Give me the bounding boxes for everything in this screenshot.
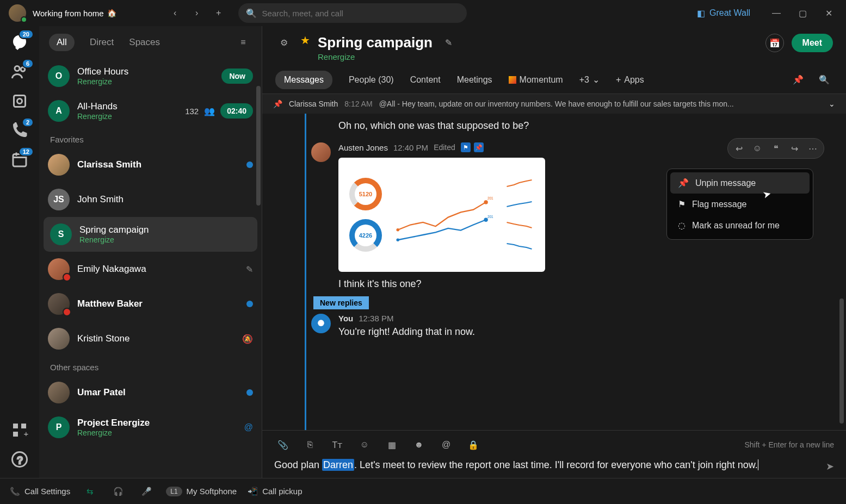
convo-all-hands[interactable]: A All-HandsRenergize 132👥02:40	[39, 94, 262, 128]
emoji-icon[interactable]: ☺	[356, 436, 373, 453]
svg-point-21	[318, 320, 324, 327]
tab-more[interactable]: +3 ⌄	[579, 70, 600, 89]
svg-point-4	[17, 99, 22, 104]
more-icon[interactable]: ⋯	[804, 141, 822, 156]
convo-john[interactable]: JS John Smith	[39, 182, 262, 217]
mention-icon[interactable]: @	[437, 436, 455, 453]
close-button[interactable]: ✕	[820, 4, 837, 22]
time-pill[interactable]: 02:40	[220, 103, 253, 119]
search-field[interactable]	[262, 9, 459, 18]
rail-calling[interactable]: 2	[10, 121, 29, 140]
headset-icon[interactable]: 🎧	[109, 483, 127, 500]
convo-office-hours[interactable]: O Office HoursRenergize Now	[39, 59, 262, 94]
meet-button[interactable]: Meet	[792, 34, 833, 52]
nav-rail: 20 6 2 12 + ?	[0, 26, 39, 478]
maximize-button[interactable]: ▢	[794, 4, 811, 22]
tab-momentum[interactable]: Momentum	[509, 71, 563, 89]
sidebar-scrollbar[interactable]	[256, 86, 261, 206]
tab-apps[interactable]: + Apps	[616, 71, 644, 89]
rail-meetings[interactable]: 12	[10, 150, 29, 170]
pinned-text: @All - Hey team, update on our inventory…	[379, 99, 822, 108]
schedule-icon[interactable]: 📅	[765, 34, 784, 52]
forward-icon[interactable]: ↪	[786, 141, 803, 156]
tab-people[interactable]: People (30)	[349, 71, 394, 89]
new-button[interactable]: +	[210, 4, 227, 22]
nav-forward-button[interactable]: ›	[188, 4, 206, 22]
svg-rect-9	[13, 424, 18, 428]
convo-matthew[interactable]: Matthew Baker	[39, 287, 262, 321]
tab-all[interactable]: All	[49, 34, 75, 51]
sticker-icon[interactable]: ☻	[410, 436, 428, 453]
titlebar: Working from home 🏠 ‹ › + 🔍 ◧ Great Wall…	[0, 0, 846, 26]
edit-icon[interactable]: ✎	[440, 34, 458, 51]
convo-title: Clarissa Smith	[77, 159, 239, 170]
user-avatar[interactable]	[9, 4, 26, 22]
mention-chip[interactable]: Darren	[322, 459, 354, 471]
menu-unpin[interactable]: 📌Unpin message	[670, 172, 810, 194]
mic-icon[interactable]: 🎤	[138, 483, 155, 500]
call-pickup-button[interactable]: 📲Call pickup	[248, 487, 302, 496]
format-icon[interactable]: Tᴛ	[329, 436, 346, 453]
chart-attachment[interactable]: 5120 4226 20142013	[338, 158, 545, 272]
messages-scrollbar[interactable]	[839, 298, 844, 424]
org-brand[interactable]: ◧ Great Wall	[697, 8, 750, 18]
menu-flag[interactable]: ⚑Flag message	[670, 194, 810, 215]
screenshot-icon[interactable]: ⎘	[301, 436, 319, 453]
rail-teams[interactable]	[10, 91, 29, 111]
send-button[interactable]: ➤	[826, 461, 834, 472]
filter-icon[interactable]: ≡	[234, 34, 252, 51]
tab-meetings[interactable]: Meetings	[457, 71, 492, 89]
now-pill[interactable]: Now	[221, 69, 253, 84]
react-icon[interactable]: ☺	[749, 141, 766, 156]
search-in-space-icon[interactable]: 🔍	[816, 71, 833, 89]
softphone-button[interactable]: L1My Softphone	[166, 487, 237, 496]
compose-area: 📎 ⎘ Tᴛ ☺ ▦ ☻ @ 🔒 Shift + Enter for a new…	[262, 430, 846, 478]
audio-device-icon[interactable]: ⇆	[81, 483, 98, 500]
gear-icon[interactable]: ⚙	[275, 34, 293, 51]
call-settings-button[interactable]: 📞Call Settings	[10, 487, 70, 496]
convo-title: Kristin Stone	[77, 333, 234, 344]
tab-content[interactable]: Content	[410, 71, 441, 89]
avatar: P	[48, 416, 70, 438]
search-input[interactable]: 🔍	[238, 3, 467, 23]
convo-emily[interactable]: Emily Nakagawa ✎	[39, 252, 262, 287]
compose-input[interactable]: Good plan Darren. Let's meet to review t…	[274, 458, 819, 472]
minimize-button[interactable]: —	[768, 4, 785, 22]
convo-project-energize[interactable]: P Project EnergizeRenergize @	[39, 410, 262, 445]
user-status[interactable]: Working from home 🏠	[33, 9, 116, 18]
convo-kristin[interactable]: Kristin Stone 🔕	[39, 321, 262, 356]
rail-help[interactable]: ?	[10, 450, 29, 469]
lock-icon[interactable]: 🔒	[465, 436, 482, 453]
reply-icon[interactable]: ↩	[730, 141, 748, 156]
message-avatar[interactable]	[311, 142, 331, 162]
people-icon: 👥	[204, 106, 215, 116]
message-text: I think it's this one?	[338, 277, 835, 291]
rail-messaging[interactable]: 20	[10, 33, 29, 52]
quote-icon[interactable]: ❝	[767, 141, 785, 156]
chevron-down-icon[interactable]: ⌄	[829, 99, 835, 108]
rail-apps[interactable]: +	[10, 420, 29, 440]
attach-icon[interactable]: 📎	[274, 436, 292, 453]
flag-badge-icon: ⚑	[461, 142, 471, 152]
convo-umar[interactable]: Umar Patel	[39, 375, 262, 410]
message-avatar[interactable]	[311, 314, 331, 333]
menu-unread[interactable]: ◌Mark as unread for me	[670, 215, 810, 236]
message-list: Oh no, which one was that supposed to be…	[262, 114, 846, 430]
pinned-message-bar[interactable]: 📌 Clarissa Smith 8:12 AM @All - Hey team…	[262, 94, 846, 114]
pin-list-icon[interactable]: 📌	[789, 71, 807, 89]
tab-direct[interactable]: Direct	[90, 37, 114, 48]
tab-messages[interactable]: Messages	[275, 71, 332, 89]
favorites-section: Favorites	[39, 128, 262, 147]
star-icon[interactable]: ★	[300, 34, 310, 47]
line-badge: L1	[166, 487, 182, 496]
draft-icon: ✎	[246, 264, 253, 275]
new-replies-marker: New replies	[313, 296, 369, 309]
nav-back-button[interactable]: ‹	[166, 4, 184, 22]
rail-contacts[interactable]: 6	[10, 62, 29, 82]
convo-spring-campaign[interactable]: S Spring campaignRenergize	[44, 217, 257, 252]
convo-clarissa[interactable]: Clarissa Smith	[39, 147, 262, 182]
unread-dot	[246, 301, 253, 307]
gif-icon[interactable]: ▦	[383, 436, 400, 453]
convo-title: Office Hours	[77, 66, 214, 77]
tab-spaces[interactable]: Spaces	[129, 37, 160, 48]
